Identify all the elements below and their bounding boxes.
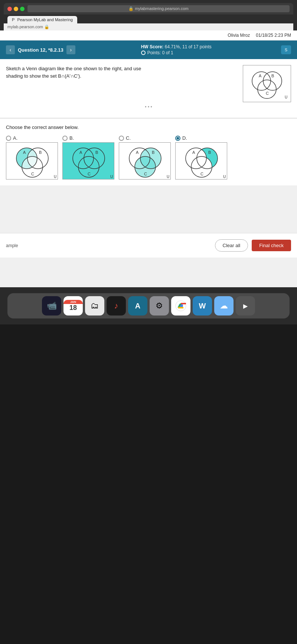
- svg-text:C: C: [144, 172, 147, 176]
- mac-dock: 📹 JAN 18 🗂 ♪ A ⚙ W: [7, 293, 290, 318]
- points-row: Points: 0 of 1: [141, 50, 212, 55]
- svg-text:U: U: [54, 175, 56, 179]
- venn-c-box: A B C U: [119, 142, 171, 179]
- dock-calendar[interactable]: JAN 18: [63, 296, 83, 315]
- svg-text:B: B: [152, 150, 154, 155]
- browser-toolbar: 🔒 mylabmastering.pearson.com: [4, 3, 293, 14]
- svg-text:B: B: [271, 74, 274, 78]
- appstore-icon: A: [135, 302, 140, 310]
- radio-a[interactable]: [6, 136, 11, 141]
- bookmark-bar: mylab.pearson.com 🔒: [4, 23, 293, 30]
- choice-b-header[interactable]: B.: [62, 135, 74, 141]
- bottom-spacer: [0, 258, 297, 287]
- address-bar[interactable]: 🔒 mylabmastering.pearson.com: [27, 5, 290, 12]
- svg-point-2: [258, 80, 276, 98]
- venn-b-box: A B C U: [62, 142, 114, 179]
- finder-icon: 🗂: [91, 301, 99, 311]
- browser-chrome: 🔒 mylabmastering.pearson.com P Pearson M…: [0, 0, 297, 30]
- svg-text:A: A: [79, 150, 82, 155]
- close-button[interactable]: [7, 7, 12, 11]
- choice-a-header[interactable]: A.: [6, 135, 17, 141]
- svg-text:A: A: [136, 150, 139, 155]
- browser-tab[interactable]: P Pearson MyLab and Mastering: [7, 16, 77, 23]
- nav-forward-button[interactable]: ›: [66, 45, 75, 54]
- choice-a: A.: [6, 135, 58, 179]
- venn-a-box: A B C U: [6, 142, 58, 179]
- nav-header: ‹ Question 12, *8.2.13 › HW Score: 64.71…: [0, 41, 297, 59]
- facetime-icon: 📹: [47, 301, 57, 311]
- page-content: Olivia Mroz 01/18/25 2:23 PM ‹ Question …: [0, 30, 297, 287]
- choice-c-header[interactable]: C.: [119, 135, 131, 141]
- svg-text:U: U: [285, 95, 287, 99]
- more-icon: ▶: [243, 302, 248, 310]
- venn-d-box: A B C U: [175, 142, 227, 179]
- icloud-icon: ☁: [220, 301, 228, 311]
- svg-text:B: B: [208, 150, 211, 155]
- divider-dots: • • •: [6, 102, 291, 112]
- datetime: 01/18/25 2:23 PM: [256, 33, 291, 38]
- dock-music[interactable]: ♪: [107, 296, 126, 315]
- choice-d: D.: [175, 135, 227, 179]
- choice-d-label: D.: [182, 135, 187, 141]
- dock-chrome[interactable]: [171, 296, 190, 315]
- choice-d-header[interactable]: D.: [175, 135, 187, 141]
- hw-score: HW Score: 64.71%, 11 of 17 points: [141, 44, 212, 49]
- example-text: ample: [6, 243, 18, 248]
- svg-text:B: B: [39, 150, 42, 155]
- radio-b[interactable]: [62, 136, 68, 141]
- venn-c-svg: A B C U: [119, 143, 171, 179]
- svg-text:C: C: [200, 172, 203, 176]
- dock-icloud[interactable]: ☁: [214, 296, 234, 315]
- show-button[interactable]: S: [281, 45, 291, 54]
- svg-text:U: U: [223, 175, 226, 179]
- reference-venn-diagram: A B C U: [243, 65, 291, 102]
- dock-settings[interactable]: ⚙: [150, 296, 169, 315]
- question-text: Sketch a Venn diagram like the one shown…: [6, 65, 154, 80]
- window-controls: [7, 7, 25, 11]
- bottom-buttons: Clear all Final check: [215, 239, 291, 252]
- bookmark-item[interactable]: mylab.pearson.com 🔒: [7, 25, 49, 29]
- tab-bar: P Pearson MyLab and Mastering: [4, 14, 293, 23]
- radio-c[interactable]: [119, 136, 124, 141]
- question-area: Sketch a Venn diagram like the one shown…: [0, 59, 297, 119]
- svg-text:B: B: [95, 150, 98, 155]
- dock-finder[interactable]: 🗂: [85, 296, 104, 315]
- svg-text:U: U: [110, 175, 113, 179]
- choice-b: B. A B C U: [62, 135, 114, 179]
- points-circle-icon: [141, 51, 146, 55]
- minimize-button[interactable]: [14, 7, 18, 11]
- nav-back-button[interactable]: ‹: [6, 45, 15, 54]
- chrome-icon: [175, 300, 187, 312]
- dock-more[interactable]: ▶: [236, 296, 255, 315]
- calendar-day: 18: [69, 304, 77, 312]
- venn-a-svg: A B C U: [6, 143, 58, 179]
- choices-grid: A.: [6, 135, 291, 179]
- clear-all-button[interactable]: Clear all: [215, 239, 248, 252]
- question-header: Sketch a Venn diagram like the one shown…: [6, 65, 291, 102]
- reference-venn-svg: A B C U: [245, 67, 289, 100]
- svg-text:A: A: [23, 150, 26, 155]
- user-bar: Olivia Mroz 01/18/25 2:23 PM: [0, 30, 297, 41]
- venn-b-svg: A B C U: [63, 143, 114, 179]
- mac-dock-area: 📹 JAN 18 🗂 ♪ A ⚙ W: [0, 287, 297, 324]
- question-label: Question 12, *8.2.13: [18, 47, 63, 53]
- dock-appstore[interactable]: A: [128, 296, 147, 315]
- radio-d[interactable]: [175, 136, 180, 141]
- hw-score-value: 64.71%, 11 of 17 points: [165, 44, 212, 49]
- nav-right: HW Score: 64.71%, 11 of 17 points Points…: [141, 44, 212, 55]
- venn-d-svg: A B C U: [176, 143, 227, 179]
- dock-word[interactable]: W: [193, 296, 212, 315]
- music-icon: ♪: [114, 301, 118, 311]
- tab-icon: P: [12, 17, 14, 22]
- dock-facetime[interactable]: 📹: [42, 296, 61, 315]
- choice-b-label: B.: [69, 135, 74, 141]
- choice-c: C. A B C U: [119, 135, 171, 179]
- final-check-button[interactable]: Final check: [252, 240, 291, 251]
- svg-text:C: C: [266, 91, 269, 96]
- calendar-month: JAN: [63, 300, 83, 304]
- svg-text:U: U: [167, 175, 169, 179]
- maximize-button[interactable]: [20, 7, 25, 11]
- hw-score-label: HW Score:: [141, 44, 164, 49]
- choice-c-label: C.: [126, 135, 131, 141]
- choose-text: Choose the correct answer below.: [6, 124, 291, 130]
